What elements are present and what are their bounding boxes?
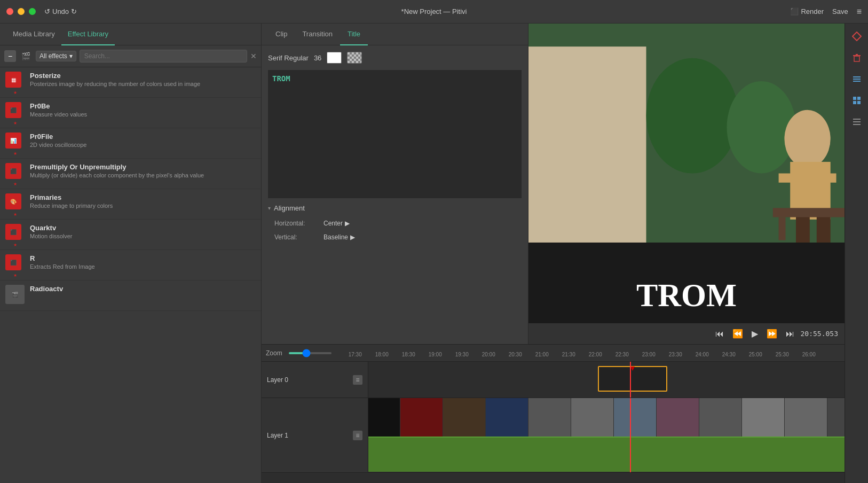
grid-icon — [852, 96, 862, 105]
svg-rect-30 — [853, 119, 861, 120]
list-item[interactable]: ⬛ ★ Pr0Be Measure video values — [0, 98, 261, 128]
effect-name: R — [30, 254, 256, 262]
timeline-layer-1: Layer 1 ≡ — [262, 398, 845, 473]
effect-info: Pr0Be Measure video values — [30, 102, 256, 118]
svg-rect-25 — [853, 81, 861, 82]
horizontal-value[interactable]: Center ▶ — [323, 220, 350, 227]
ruler-mark: 17:30 — [349, 352, 362, 357]
effect-icon: ▦ — [5, 72, 21, 88]
tab-media-library[interactable]: Media Library — [6, 24, 61, 45]
svg-rect-21 — [853, 55, 861, 56]
skip-forward-button[interactable]: ⏭ — [784, 328, 796, 340]
ruler-mark: 20:30 — [509, 352, 522, 357]
list-item[interactable]: 🎨 ★ Primaries Reduce image to primary co… — [0, 189, 261, 220]
effect-info: Radioactv — [30, 285, 256, 294]
undo-button[interactable]: ↺ Undo — [44, 7, 69, 15]
effect-desc: Extracts Red from Image — [30, 263, 256, 270]
close-button[interactable] — [6, 8, 13, 15]
playhead-line-1 — [630, 398, 631, 472]
color-swatch[interactable] — [327, 52, 342, 64]
render-button[interactable]: ⬛ Render — [790, 7, 824, 15]
search-input[interactable] — [80, 50, 247, 63]
video-thumb-light — [571, 398, 614, 437]
list-icon — [852, 117, 862, 127]
font-row: Serif Regular 36 — [268, 52, 522, 64]
prev-frame-button[interactable]: ⏪ — [730, 328, 745, 340]
playhead-line — [630, 362, 631, 398]
effect-icon-button[interactable]: 🎬 — [19, 51, 33, 61]
horizontal-label: Horizontal: — [274, 220, 317, 227]
redo-button[interactable]: ↻ — [71, 7, 77, 15]
layer-0-content — [368, 362, 845, 398]
effect-name: Pr0File — [30, 133, 256, 141]
star-icon: ★ — [13, 151, 18, 156]
list-item[interactable]: 📊 ★ Pr0File 2D video oscilloscope — [0, 128, 261, 159]
search-clear-button[interactable]: ✕ — [250, 52, 257, 60]
svg-rect-28 — [853, 101, 856, 104]
layer-1-toggle[interactable]: ≡ — [353, 431, 362, 440]
redo-icon: ↻ — [71, 7, 77, 15]
list-item[interactable]: ⬛ ★ R Extracts Red from Image — [0, 250, 261, 281]
svg-rect-31 — [853, 121, 861, 122]
font-size: 36 — [314, 54, 321, 62]
list-tool-button[interactable] — [848, 113, 865, 130]
tab-effect-library[interactable]: Effect Library — [61, 24, 115, 45]
diamond-tool-button[interactable] — [848, 28, 865, 45]
layer-0-label: Layer 0 ≡ — [262, 362, 368, 398]
vertical-value[interactable]: Baseline ▶ — [323, 233, 355, 241]
tab-title[interactable]: Title — [340, 24, 368, 45]
grid-tool-button[interactable] — [848, 92, 865, 109]
preview-panel: TROM ⏮ ⏪ ▶ ⏩ ⏭ 20:55.053 — [528, 24, 845, 344]
effect-filter-select[interactable]: All effects ▾ — [36, 51, 76, 61]
svg-point-7 — [727, 81, 796, 174]
trash-tool-button[interactable] — [848, 49, 865, 66]
ruler-mark: 19:00 — [429, 352, 442, 357]
effect-desc: Posterizes image by reducing the number … — [30, 81, 256, 87]
maximize-button[interactable] — [29, 8, 36, 15]
upper-section: Clip Transition Title Serif Regular 36 T… — [262, 24, 845, 344]
titlebar: ↺ Undo ↻ *New Project — Pitivi ⬛ Render … — [0, 0, 868, 24]
list-item[interactable]: ▦ ★ Posterize Posterizes image by reduci… — [0, 67, 261, 98]
ruler-mark: 19:30 — [455, 352, 469, 357]
checkerboard-button[interactable] — [347, 52, 362, 64]
layer-0-toggle[interactable]: ≡ — [353, 375, 362, 385]
svg-rect-12 — [796, 214, 810, 243]
window-controls — [6, 8, 36, 15]
timeline-ruler: 17:30 18:00 18:30 19:00 19:30 20:00 20:3… — [338, 347, 840, 360]
effect-icon-wrap: 🎨 ★ — [5, 193, 25, 215]
svg-rect-29 — [857, 101, 861, 104]
ruler-mark: 18:30 — [402, 352, 415, 357]
menu-button[interactable]: ≡ — [857, 7, 862, 17]
svg-rect-22 — [856, 54, 858, 55]
zoom-slider[interactable] — [289, 352, 332, 354]
layers-tool-button[interactable] — [848, 71, 865, 88]
effect-name: Pr0Be — [30, 102, 256, 110]
title-clip[interactable] — [598, 366, 667, 392]
play-button[interactable]: ▶ — [749, 328, 760, 340]
effect-thumbnail: 🎬 — [5, 285, 25, 304]
ruler-mark: 21:30 — [562, 352, 575, 357]
list-item[interactable]: ⬛ ★ Quarktv Motion dissolver — [0, 220, 261, 250]
tab-transition[interactable]: Transition — [295, 24, 340, 45]
next-frame-button[interactable]: ⏩ — [764, 328, 779, 340]
title-text-input[interactable]: TROM — [268, 70, 522, 198]
effect-desc: Multiply (or divide) each color componen… — [30, 172, 256, 178]
effect-icon: 🎨 — [5, 193, 21, 209]
alignment-section-header[interactable]: ▾ Alignment — [268, 200, 522, 216]
main-layout: Media Library Effect Library − 🎬 All eff… — [0, 24, 868, 483]
minimize-button[interactable] — [18, 8, 25, 15]
list-item[interactable]: ⬛ ★ Premultiply Or Unpremultiply Multipl… — [0, 159, 261, 189]
remove-effect-button[interactable]: − — [4, 50, 16, 62]
video-thumb-brown — [443, 398, 486, 437]
svg-rect-26 — [853, 97, 856, 100]
skip-back-button[interactable]: ⏮ — [713, 328, 726, 340]
tab-clip[interactable]: Clip — [268, 24, 295, 45]
list-item[interactable]: 🎬 Radioactv — [0, 281, 261, 311]
effect-desc: 2D video oscilloscope — [30, 142, 256, 148]
save-button[interactable]: Save — [832, 7, 848, 15]
effect-icon: ⬛ — [5, 163, 21, 179]
ruler-mark: 23:00 — [642, 352, 656, 357]
timeline-layer-0: Layer 0 ≡ — [262, 362, 845, 398]
audio-strip — [368, 437, 845, 472]
video-thumb-teal — [614, 398, 657, 437]
